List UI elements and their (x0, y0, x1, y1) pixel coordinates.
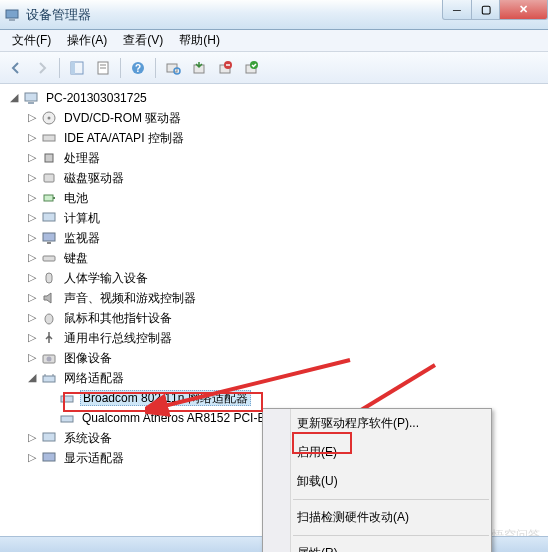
svg-rect-17 (25, 93, 37, 101)
root-label: PC-201303031725 (44, 91, 149, 105)
svg-rect-29 (43, 256, 55, 261)
node-network[interactable]: ◢网络适配器 (26, 368, 548, 388)
expand-icon[interactable]: ▷ (26, 311, 38, 323)
svg-text:?: ? (135, 63, 141, 74)
usb-icon (41, 330, 57, 346)
svg-rect-26 (43, 213, 55, 221)
app-icon (4, 7, 20, 23)
nic-icon (59, 410, 75, 426)
cm-enable[interactable]: 启用(E) (263, 438, 491, 467)
enable-button[interactable] (239, 56, 263, 80)
menu-view[interactable]: 查看(V) (115, 32, 171, 49)
svg-rect-37 (61, 396, 73, 402)
display-icon (41, 450, 57, 466)
svg-rect-22 (45, 154, 53, 162)
mouse-icon (41, 310, 57, 326)
node-image[interactable]: ▷图像设备 (26, 348, 548, 368)
cpu-icon (41, 150, 57, 166)
ide-icon (41, 130, 57, 146)
expand-icon[interactable]: ▷ (26, 191, 38, 203)
cm-update-driver[interactable]: 更新驱动程序软件(P)... (263, 409, 491, 438)
svg-rect-0 (6, 10, 18, 18)
cm-properties[interactable]: 属性(R) (263, 539, 491, 552)
hid-icon (41, 270, 57, 286)
menu-action[interactable]: 操作(A) (59, 32, 115, 49)
node-disk[interactable]: ▷磁盘驱动器 (26, 168, 548, 188)
node-sound[interactable]: ▷声音、视频和游戏控制器 (26, 288, 548, 308)
svg-rect-3 (71, 62, 75, 74)
title-bar: 设备管理器 ─ ▢ ✕ (0, 0, 548, 30)
computer-icon (23, 90, 39, 106)
svg-rect-1 (9, 19, 15, 21)
svg-point-33 (47, 357, 52, 362)
update-driver-button[interactable] (187, 56, 211, 80)
expand-icon[interactable]: ▷ (26, 451, 38, 463)
svg-point-31 (45, 314, 53, 324)
minimize-button[interactable]: ─ (442, 0, 472, 20)
expand-icon[interactable]: ▷ (26, 171, 38, 183)
node-usb[interactable]: ▷通用串行总线控制器 (26, 328, 548, 348)
properties-button[interactable] (91, 56, 115, 80)
help-button[interactable]: ? (126, 56, 150, 80)
node-broadcom[interactable]: Broadcom 802.11n 网络适配器 (44, 388, 548, 408)
svg-rect-24 (44, 195, 53, 201)
expand-icon[interactable]: ▷ (26, 331, 38, 343)
forward-button[interactable] (30, 56, 54, 80)
expand-icon[interactable]: ▷ (26, 151, 38, 163)
expand-icon[interactable]: ◢ (26, 371, 38, 383)
node-monitor[interactable]: ▷监视器 (26, 228, 548, 248)
cm-scan-hardware[interactable]: 扫描检测硬件改动(A) (263, 503, 491, 532)
toolbar: ? (0, 52, 548, 84)
node-keyboard[interactable]: ▷键盘 (26, 248, 548, 268)
svg-rect-38 (61, 416, 73, 422)
expand-icon[interactable]: ◢ (8, 91, 20, 103)
back-button[interactable] (4, 56, 28, 80)
selected-device-label: Broadcom 802.11n 网络适配器 (80, 390, 251, 406)
network-icon (41, 370, 57, 386)
expand-icon[interactable]: ▷ (26, 291, 38, 303)
node-computer[interactable]: ▷计算机 (26, 208, 548, 228)
uninstall-button[interactable] (213, 56, 237, 80)
svg-rect-30 (46, 273, 52, 283)
nic-icon (59, 390, 75, 406)
root-node[interactable]: ◢ PC-201303031725 (8, 88, 548, 108)
svg-rect-34 (43, 376, 55, 382)
node-battery[interactable]: ▷电池 (26, 188, 548, 208)
menu-bar: 文件(F) 操作(A) 查看(V) 帮助(H) (0, 30, 548, 52)
svg-rect-25 (53, 197, 55, 199)
expand-icon[interactable]: ▷ (26, 251, 38, 263)
battery-icon (41, 190, 57, 206)
pc-icon (41, 210, 57, 226)
node-ide[interactable]: ▷IDE ATA/ATAPI 控制器 (26, 128, 548, 148)
expand-icon[interactable]: ▷ (26, 431, 38, 443)
cm-uninstall[interactable]: 卸载(U) (263, 467, 491, 496)
node-hid[interactable]: ▷人体学输入设备 (26, 268, 548, 288)
keyboard-icon (41, 250, 57, 266)
node-dvd[interactable]: ▷DVD/CD-ROM 驱动器 (26, 108, 548, 128)
dvd-icon (41, 110, 57, 126)
expand-icon[interactable]: ▷ (26, 131, 38, 143)
node-mouse[interactable]: ▷鼠标和其他指针设备 (26, 308, 548, 328)
svg-point-20 (48, 117, 51, 120)
expand-icon[interactable]: ▷ (26, 211, 38, 223)
menu-file[interactable]: 文件(F) (4, 32, 59, 49)
svg-rect-39 (43, 433, 55, 441)
node-cpu[interactable]: ▷处理器 (26, 148, 548, 168)
svg-rect-40 (43, 453, 55, 461)
menu-help[interactable]: 帮助(H) (171, 32, 228, 49)
expand-icon[interactable]: ▷ (26, 111, 38, 123)
context-menu: 更新驱动程序软件(P)... 启用(E) 卸载(U) 扫描检测硬件改动(A) 属… (262, 408, 492, 552)
camera-icon (41, 350, 57, 366)
expand-icon[interactable]: ▷ (26, 271, 38, 283)
svg-rect-28 (47, 242, 51, 244)
expand-icon[interactable]: ▷ (26, 231, 38, 243)
close-button[interactable]: ✕ (500, 0, 548, 20)
monitor-icon (41, 230, 57, 246)
maximize-button[interactable]: ▢ (472, 0, 500, 20)
show-hide-tree-button[interactable] (65, 56, 89, 80)
scan-hardware-button[interactable] (161, 56, 185, 80)
system-icon (41, 430, 57, 446)
expand-icon[interactable]: ▷ (26, 351, 38, 363)
svg-rect-23 (44, 174, 54, 182)
window-controls: ─ ▢ ✕ (442, 0, 548, 20)
